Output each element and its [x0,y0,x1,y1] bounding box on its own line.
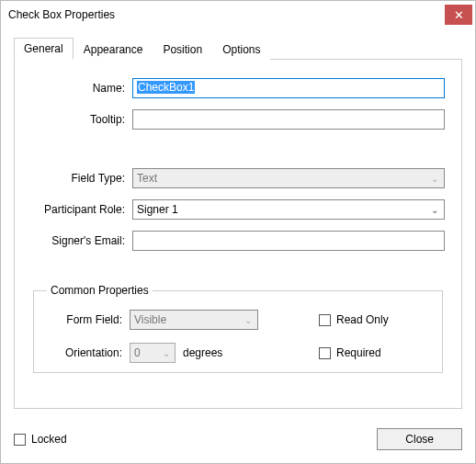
tab-appearance[interactable]: Appearance [74,39,153,60]
field-type-select: Text ⌄ [132,168,445,188]
checkbox-icon [319,347,331,359]
tooltip-input[interactable] [132,109,445,130]
tab-position[interactable]: Position [153,39,212,60]
name-input[interactable]: CheckBox1 [132,78,445,98]
tab-general[interactable]: General [14,38,74,60]
content-area: General Appearance Position Options Name… [1,28,475,422]
orientation-select: 0 ⌄ [130,343,176,363]
field-type-label: Field Type: [31,172,132,185]
field-type-value: Text [137,172,157,185]
window-title: Check Box Properties [8,8,445,21]
common-properties-legend: Common Properties [47,284,153,297]
read-only-checkbox[interactable]: Read Only [319,313,429,326]
orientation-label: Orientation: [47,346,130,359]
signers-email-label: Signer's Email: [31,234,132,247]
read-only-label: Read Only [336,313,389,326]
tooltip-label: Tooltip: [31,113,132,126]
dialog-footer: Locked Close [14,428,462,450]
chevron-down-icon[interactable]: ⌄ [427,202,442,217]
participant-role-label: Participant Role: [31,203,132,216]
degrees-label: degrees [183,346,222,359]
participant-role-value: Signer 1 [137,203,178,216]
name-input-value: CheckBox1 [137,81,195,94]
participant-role-select[interactable]: Signer 1 ⌄ [132,199,445,220]
form-field-label: Form Field: [47,313,130,326]
chevron-down-icon: ⌄ [427,171,442,186]
orientation-value: 0 [134,346,141,359]
locked-checkbox[interactable]: Locked [14,433,67,446]
tabstrip: General Appearance Position Options [14,38,462,60]
signers-email-input[interactable] [132,231,445,251]
tab-options[interactable]: Options [212,39,270,60]
titlebar: Check Box Properties ✕ [1,1,475,28]
chevron-down-icon: ⌄ [160,345,173,360]
checkbox-icon [14,434,26,446]
form-field-select: Visible ⌄ [130,310,258,330]
common-properties-group: Common Properties Form Field: Visible ⌄ … [33,284,443,373]
name-label: Name: [31,82,132,95]
close-icon[interactable]: ✕ [445,5,472,25]
required-checkbox[interactable]: Required [319,346,429,359]
checkbox-icon [319,314,331,326]
required-label: Required [336,346,381,359]
dialog-window: Check Box Properties ✕ General Appearanc… [0,0,476,464]
locked-label: Locked [31,433,67,446]
close-button[interactable]: Close [377,428,462,450]
form-field-value: Visible [134,313,166,326]
tabpage-general: Name: CheckBox1 Tooltip: Field Type: Tex… [14,60,462,409]
chevron-down-icon: ⌄ [241,312,255,327]
